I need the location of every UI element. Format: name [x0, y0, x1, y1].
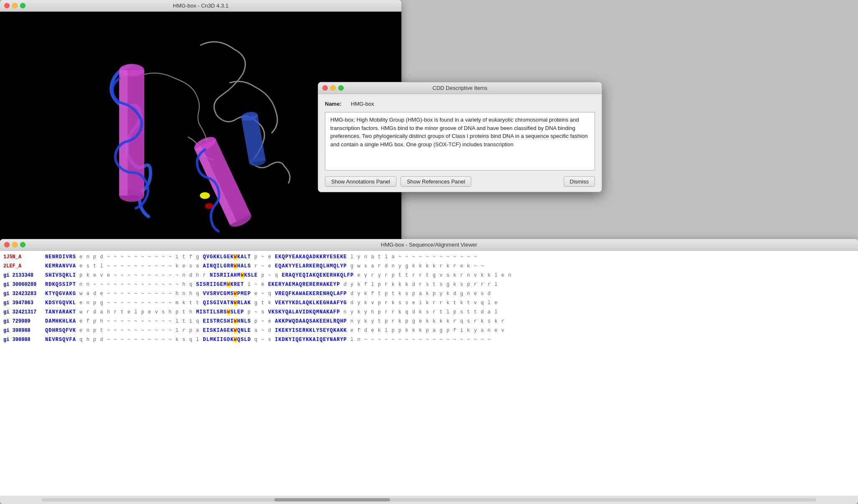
- cdd-minimize-button[interactable]: [330, 85, 336, 91]
- seq-row-1j5n: 1J5N_A NENRDIVRS e n p d ~ ~ ~ ~ ~ ~ ~ ~…: [0, 252, 858, 262]
- seq-id-gi2133348[interactable]: gi 2133348: [3, 271, 45, 280]
- seq-id-gi32423283[interactable]: gi 32423283: [3, 289, 45, 298]
- seq-id-gi729989[interactable]: gi 729989: [3, 317, 45, 326]
- seq-id-gi3947863[interactable]: gi 3947863: [3, 298, 45, 308]
- seq-maximize-button[interactable]: [20, 242, 26, 247]
- seq-scrollbar-thumb[interactable]: [274, 498, 391, 501]
- seq-data-2lef: KEMRANVVA e s t l ~ ~ ~ ~ ~ ~ ~ ~ ~ ~ k …: [45, 262, 855, 271]
- seq-data-gi398988b: NEVRSQVFA q h p d ~ ~ ~ ~ ~ ~ ~ ~ ~ ~ k …: [45, 335, 855, 344]
- seq-row-gi32421317: gi 32421317 TANYARAKT w r d a h r t e l …: [0, 308, 858, 317]
- seq-row-gi398988b: gi 398988 NEVRSQVFA q h p d ~ ~ ~ ~ ~ ~ …: [0, 335, 858, 344]
- seq-id-gi398988a[interactable]: gi 398988: [3, 326, 45, 335]
- cn3d-window-controls[interactable]: [4, 3, 26, 8]
- show-references-button[interactable]: Show References Panel: [401, 176, 471, 187]
- seq-id-2lef[interactable]: 2LEF_A: [3, 262, 45, 271]
- seq-row-gi729989: gi 729989 DAMHKHLKA e f p h ~ ~ ~ ~ ~ ~ …: [0, 317, 858, 326]
- cn3d-maximize-button[interactable]: [20, 3, 26, 8]
- cdd-name-value: HMG-box: [351, 101, 374, 107]
- seq-data-gi30060289: RDKQSSIPT n n ~ ~ ~ ~ ~ ~ ~ ~ ~ ~ ~ ~ ~ …: [45, 280, 855, 289]
- seq-row-gi32423283: gi 32423283 KTYQGVAKG w a d e ~ ~ ~ ~ ~ …: [0, 289, 858, 298]
- seq-data-gi2133348: SHIVSQKLI p k e v e ~ ~ ~ ~ ~ ~ ~ ~ ~ ~ …: [45, 271, 855, 280]
- cn3d-window-title: HMG-box - Cn3D 4.3.1: [173, 3, 229, 9]
- seq-data-gi32423283: KTYQGVAKG w a d e ~ ~ ~ ~ ~ ~ ~ ~ ~ ~ h …: [45, 289, 855, 298]
- seq-data-gi398988a: QDHRSQFVK e n p t ~ ~ ~ ~ ~ ~ ~ ~ ~ ~ l …: [45, 326, 855, 335]
- seq-id-gi398988b[interactable]: gi 398988: [3, 335, 45, 344]
- seq-titlebar: HMG-box - Sequence/Alignment Viewer: [0, 239, 858, 251]
- cdd-body: Name: HMG-box HMG-box; High Mobility Gro…: [318, 94, 602, 192]
- cdd-maximize-button[interactable]: [338, 85, 344, 91]
- cdd-description-text: HMG-box; High Mobility Group (HMG)-box i…: [330, 117, 587, 148]
- seq-row-2lef: 2LEF_A KEMRANVVA e s t l ~ ~ ~ ~ ~ ~ ~ ~…: [0, 262, 858, 271]
- seq-row-gi30060289: gi 30060289 RDKQSSIPT n n ~ ~ ~ ~ ~ ~ ~ …: [0, 280, 858, 289]
- seq-data-gi3947863: KDSYGQVKL e n p g ~ ~ ~ ~ ~ ~ ~ ~ ~ ~ m …: [45, 298, 855, 308]
- cn3d-minimize-button[interactable]: [12, 3, 18, 8]
- seq-window-title: HMG-box - Sequence/Alignment Viewer: [381, 242, 477, 248]
- cdd-description-box[interactable]: HMG-box; High Mobility Group (HMG)-box i…: [325, 112, 595, 171]
- cdd-name-row: Name: HMG-box: [325, 101, 595, 107]
- seq-row-gi2133348: gi 2133348 SHIVSQKLI p k e v e ~ ~ ~ ~ ~…: [0, 271, 858, 280]
- seq-id-gi30060289[interactable]: gi 30060289: [3, 280, 45, 289]
- seq-window-controls[interactable]: [4, 242, 26, 247]
- seq-scrollbar[interactable]: [0, 496, 858, 504]
- cdd-close-button[interactable]: [322, 85, 328, 91]
- seq-scrollbar-track[interactable]: [42, 498, 816, 501]
- cn3d-close-button[interactable]: [4, 3, 10, 8]
- cdd-buttons: Show Annotations Panel Show References P…: [325, 176, 595, 187]
- cdd-dialog: CDD Descriptive Items Name: HMG-box HMG-…: [318, 82, 602, 192]
- dismiss-button[interactable]: Dismiss: [564, 176, 595, 187]
- cn3d-titlebar: HMG-box - Cn3D 4.3.1: [0, 0, 401, 12]
- seq-id-1j5n[interactable]: 1J5N_A: [3, 252, 45, 262]
- seq-window: HMG-box - Sequence/Alignment Viewer 1J5N…: [0, 239, 858, 504]
- svg-point-13: [205, 203, 213, 209]
- cdd-titlebar: CDD Descriptive Items: [318, 82, 602, 94]
- seq-minimize-button[interactable]: [12, 242, 18, 247]
- cdd-name-label: Name:: [325, 101, 346, 107]
- seq-row-gi3947863: gi 3947863 KDSYGQVKL e n p g ~ ~ ~ ~ ~ ~…: [0, 298, 858, 308]
- show-annotations-button[interactable]: Show Annotations Panel: [325, 176, 396, 187]
- seq-data-gi32421317: TANYARAKT w r d a h r t e l p e v s h p …: [45, 308, 855, 317]
- seq-content[interactable]: 1J5N_A NENRDIVRS e n p d ~ ~ ~ ~ ~ ~ ~ ~…: [0, 251, 858, 504]
- seq-close-button[interactable]: [4, 242, 10, 247]
- cdd-window-controls[interactable]: [322, 85, 344, 91]
- cdd-dialog-title: CDD Descriptive Items: [432, 85, 487, 91]
- seq-data-1j5n: NENRDIVRS e n p d ~ ~ ~ ~ ~ ~ ~ ~ ~ ~ i …: [45, 252, 855, 262]
- seq-id-gi32421317[interactable]: gi 32421317: [3, 308, 45, 317]
- seq-data-gi729989: DAMHKHLKA e f p h ~ ~ ~ ~ ~ ~ ~ ~ ~ ~ l …: [45, 317, 855, 326]
- svg-rect-4: [119, 70, 128, 196]
- svg-point-12: [200, 192, 210, 199]
- seq-row-gi398988a: gi 398988 QDHRSQFVK e n p t ~ ~ ~ ~ ~ ~ …: [0, 326, 858, 335]
